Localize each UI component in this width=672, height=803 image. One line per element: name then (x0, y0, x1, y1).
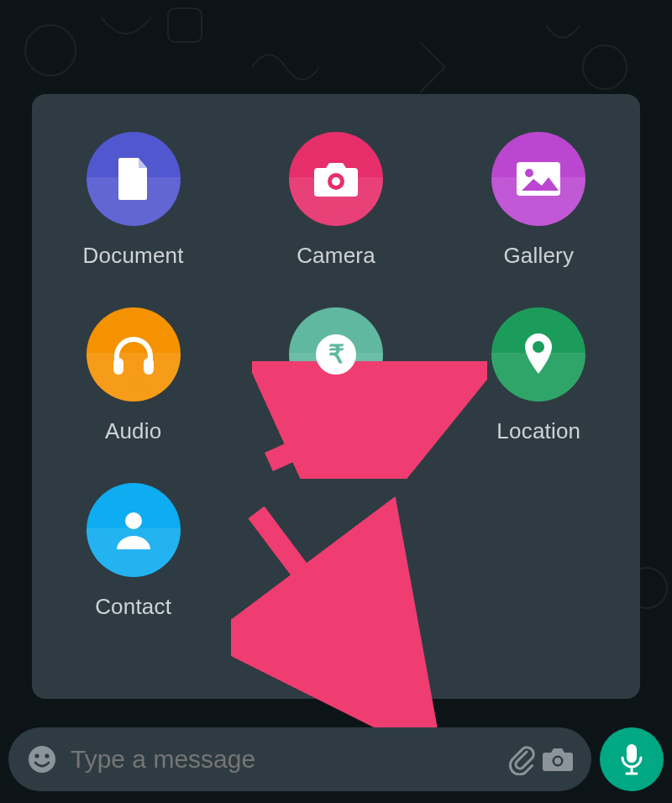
svg-rect-8 (113, 358, 123, 375)
audio-circle (87, 307, 181, 402)
attachment-panel: Document Camera Ga (32, 94, 640, 699)
headphones-icon (110, 333, 157, 376)
svg-point-12 (533, 341, 544, 353)
attachment-label: Document (83, 243, 184, 269)
gallery-circle (491, 132, 585, 226)
document-circle (87, 132, 181, 226)
svg-point-7 (525, 169, 533, 177)
location-circle (491, 307, 585, 402)
emoji-button[interactable] (24, 741, 60, 778)
svg-point-1 (583, 45, 627, 89)
camera-small-icon (542, 746, 574, 773)
svg-text:₹: ₹ (328, 340, 344, 368)
attachment-label: Gallery (503, 243, 574, 269)
svg-rect-9 (144, 358, 154, 375)
document-icon (113, 156, 154, 202)
attachment-gallery[interactable]: Gallery (491, 132, 585, 269)
svg-point-0 (25, 25, 76, 76)
message-input-container (8, 727, 591, 791)
microphone-icon (619, 743, 644, 776)
contact-circle (87, 483, 181, 577)
attachment-payment[interactable]: ₹ Payment (289, 307, 383, 444)
camera-circle (289, 132, 383, 226)
attachment-contact[interactable]: Contact (87, 483, 181, 620)
svg-point-13 (125, 512, 142, 529)
mic-button[interactable] (600, 727, 664, 791)
attach-button[interactable] (502, 741, 539, 778)
attachment-grid: Document Camera Ga (32, 132, 640, 620)
svg-point-18 (45, 753, 49, 758)
svg-point-5 (332, 177, 340, 186)
attachment-label: Location (496, 418, 580, 444)
svg-rect-21 (627, 744, 637, 763)
message-input-row (8, 727, 664, 791)
attachment-audio[interactable]: Audio (87, 307, 181, 444)
message-input[interactable] (69, 744, 502, 774)
attachment-document[interactable]: Document (83, 132, 184, 269)
paperclip-icon (505, 743, 537, 775)
attachment-camera[interactable]: Camera (289, 132, 383, 269)
svg-point-16 (29, 746, 55, 773)
emoji-icon (27, 744, 57, 774)
attachment-label: Payment (292, 418, 380, 444)
camera-button[interactable] (539, 741, 576, 778)
svg-point-17 (34, 753, 39, 758)
payment-circle: ₹ (289, 307, 383, 402)
pin-icon (522, 332, 555, 377)
camera-icon (312, 160, 360, 198)
attachment-label: Contact (95, 594, 171, 620)
svg-rect-2 (168, 8, 202, 42)
person-icon (113, 509, 154, 551)
image-icon (515, 160, 562, 197)
attachment-label: Camera (297, 243, 375, 269)
svg-point-20 (554, 758, 561, 764)
attachment-location[interactable]: Location (491, 307, 585, 444)
attachment-label: Audio (105, 418, 162, 444)
rupee-icon: ₹ (314, 333, 358, 376)
